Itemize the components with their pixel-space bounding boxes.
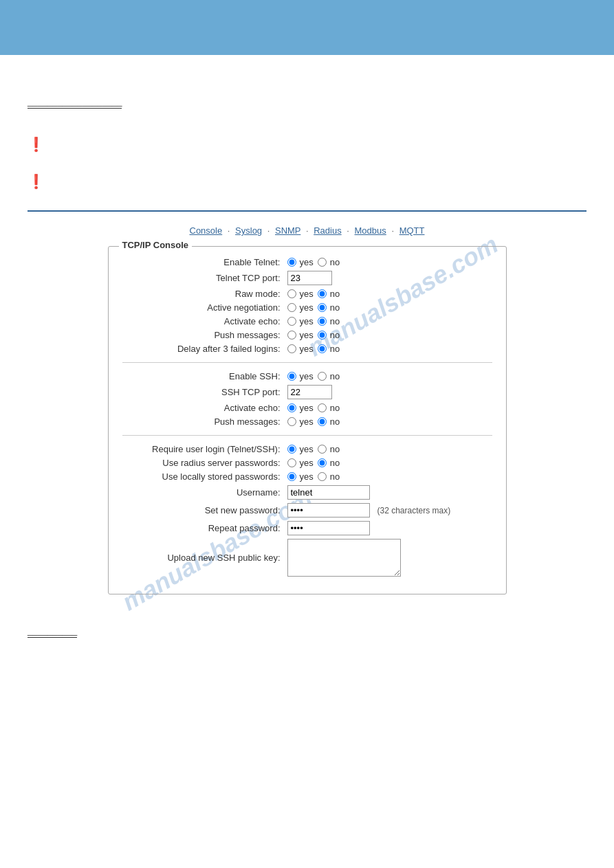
active-neg-no-label[interactable]: no	[318, 302, 340, 313]
tab-radius[interactable]: Radius	[314, 225, 341, 236]
local-pw-yes-radio[interactable]	[287, 472, 296, 481]
enable-ssh-row: Enable SSH: yes no	[122, 371, 492, 381]
active-neg-yes-radio[interactable]	[287, 303, 296, 312]
require-login-yes-radio[interactable]	[287, 445, 296, 454]
bottom-link[interactable]: __________	[28, 625, 77, 638]
push-msg-telnet-no-label[interactable]: no	[318, 330, 340, 340]
activate-echo-ssh-yes-radio[interactable]	[287, 403, 296, 412]
activate-echo-ssh-controls: yes no	[287, 403, 340, 413]
tab-syslog[interactable]: Syslog	[235, 225, 262, 236]
raw-mode-yes-label[interactable]: yes	[287, 289, 314, 299]
raw-mode-no-label[interactable]: no	[318, 289, 340, 299]
console-box-title: TCP/IP Console	[119, 240, 193, 250]
delay-yes-text: yes	[300, 344, 314, 354]
delay-yes-radio[interactable]	[287, 344, 296, 353]
enable-telnet-yes-radio[interactable]	[287, 258, 296, 267]
raw-mode-no-radio[interactable]	[318, 289, 327, 298]
require-login-row: Require user login (Telnet/SSH): yes no	[122, 444, 492, 454]
active-neg-no-text: no	[330, 302, 340, 313]
require-login-no-radio[interactable]	[318, 445, 327, 454]
console-box: TCP/IP Console Enable Telnet: yes no	[108, 246, 507, 594]
nav-sep-2: ·	[267, 225, 270, 236]
ssh-auth-divider	[122, 435, 492, 436]
telnet-ssh-divider	[122, 362, 492, 363]
enable-telnet-no-label[interactable]: no	[318, 257, 340, 267]
telnet-port-input[interactable]	[287, 271, 332, 285]
activate-echo-telnet-yes-text: yes	[300, 316, 314, 326]
active-neg-yes-text: yes	[300, 302, 314, 313]
active-neg-no-radio[interactable]	[318, 303, 327, 312]
telnet-port-row: Telnet TCP port:	[122, 271, 492, 285]
enable-ssh-yes-label[interactable]: yes	[287, 371, 314, 381]
delay-no-label[interactable]: no	[318, 344, 340, 354]
max-chars-note: (32 characters max)	[377, 506, 451, 515]
raw-mode-yes-text: yes	[300, 289, 314, 299]
tab-console[interactable]: Console	[190, 225, 223, 236]
require-login-yes-text: yes	[300, 444, 314, 454]
activate-echo-ssh-yes-label[interactable]: yes	[287, 403, 314, 413]
enable-telnet-yes-text: yes	[300, 257, 314, 267]
telnet-port-label: Telnet TCP port:	[122, 273, 287, 283]
username-input[interactable]	[287, 485, 370, 500]
radius-pw-yes-label[interactable]: yes	[287, 458, 314, 468]
raw-mode-yes-radio[interactable]	[287, 289, 296, 298]
enable-telnet-label: Enable Telnet:	[122, 257, 287, 267]
push-msg-ssh-yes-radio[interactable]	[287, 417, 296, 426]
enable-ssh-no-radio[interactable]	[318, 372, 327, 381]
upload-key-label: Upload new SSH public key:	[122, 553, 287, 563]
delay-yes-label[interactable]: yes	[287, 344, 314, 354]
local-pw-no-text: no	[330, 471, 340, 482]
push-msg-ssh-controls: yes no	[287, 416, 340, 427]
telnet-section: Enable Telnet: yes no Telnet T	[122, 257, 492, 354]
push-msg-telnet-yes-label[interactable]: yes	[287, 330, 314, 340]
push-msg-ssh-yes-label[interactable]: yes	[287, 416, 314, 427]
enable-ssh-label: Enable SSH:	[122, 371, 287, 381]
activate-echo-ssh-no-label[interactable]: no	[318, 403, 340, 413]
local-pw-no-radio[interactable]	[318, 472, 327, 481]
warning-icon-1: ❗	[28, 136, 45, 153]
repeat-pw-input[interactable]	[287, 521, 370, 535]
activate-echo-telnet-no-radio[interactable]	[318, 317, 327, 326]
top-link[interactable]: ___________________	[28, 96, 122, 109]
activate-echo-telnet-yes-radio[interactable]	[287, 317, 296, 326]
radius-pw-yes-radio[interactable]	[287, 458, 296, 467]
activate-echo-telnet-no-label[interactable]: no	[318, 316, 340, 326]
activate-echo-ssh-no-radio[interactable]	[318, 403, 327, 412]
radius-pw-no-radio[interactable]	[318, 458, 327, 467]
username-controls	[287, 485, 370, 500]
ssh-port-input[interactable]	[287, 385, 332, 399]
username-row: Username:	[122, 485, 492, 500]
active-neg-controls: yes no	[287, 302, 340, 313]
tab-modbus[interactable]: Modbus	[355, 225, 386, 236]
active-neg-label: Active negotiation:	[122, 302, 287, 313]
require-login-no-label[interactable]: no	[318, 444, 340, 454]
enable-telnet-yes-label[interactable]: yes	[287, 257, 314, 267]
enable-ssh-yes-text: yes	[300, 371, 314, 381]
active-neg-yes-label[interactable]: yes	[287, 302, 314, 313]
delay-no-radio[interactable]	[318, 344, 327, 353]
require-login-no-text: no	[330, 444, 340, 454]
tab-snmp[interactable]: SNMP	[275, 225, 300, 236]
push-msg-telnet-no-radio[interactable]	[318, 331, 327, 340]
activate-echo-telnet-label: Activate echo:	[122, 316, 287, 326]
upload-key-textarea[interactable]	[287, 539, 401, 577]
enable-telnet-no-radio[interactable]	[318, 258, 327, 267]
tab-mqtt[interactable]: MQTT	[399, 225, 425, 236]
enable-ssh-yes-radio[interactable]	[287, 372, 296, 381]
local-pw-yes-label[interactable]: yes	[287, 471, 314, 482]
set-pw-input[interactable]	[287, 503, 370, 518]
push-msg-ssh-yes-text: yes	[300, 416, 314, 427]
local-pw-no-label[interactable]: no	[318, 471, 340, 482]
push-msg-ssh-no-label[interactable]: no	[318, 416, 340, 427]
require-login-controls: yes no	[287, 444, 340, 454]
enable-ssh-no-label[interactable]: no	[318, 371, 340, 381]
nav-sep-1: ·	[228, 225, 230, 236]
push-msg-telnet-yes-radio[interactable]	[287, 331, 296, 340]
telnet-port-controls	[287, 271, 332, 285]
warning-block-2: ❗	[28, 173, 586, 190]
radius-pw-no-label[interactable]: no	[318, 458, 340, 468]
push-msg-ssh-no-radio[interactable]	[318, 417, 327, 426]
require-login-yes-label[interactable]: yes	[287, 444, 314, 454]
activate-echo-telnet-yes-label[interactable]: yes	[287, 316, 314, 326]
username-label: Username:	[122, 487, 287, 498]
